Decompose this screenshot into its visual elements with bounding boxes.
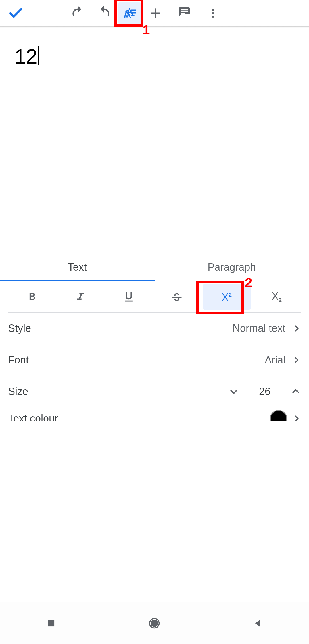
- chevron-right-icon: [289, 414, 301, 421]
- svg-rect-1: [131, 10, 136, 11]
- font-label: Font: [8, 354, 265, 366]
- back-button[interactable]: [252, 618, 263, 629]
- svg-rect-8: [181, 13, 185, 14]
- document-canvas[interactable]: 12: [0, 28, 309, 254]
- svg-rect-7: [181, 11, 188, 12]
- done-button[interactable]: [3, 0, 29, 26]
- svg-text:2: 2: [279, 297, 282, 303]
- home-button[interactable]: [148, 617, 161, 630]
- svg-text:A: A: [124, 8, 131, 20]
- document-text: 12: [14, 45, 37, 68]
- svg-point-10: [212, 12, 214, 14]
- svg-rect-6: [181, 9, 188, 10]
- svg-point-9: [212, 9, 214, 11]
- font-value: Arial: [265, 354, 289, 366]
- tab-text[interactable]: Text: [0, 254, 155, 281]
- chevron-right-icon: [289, 324, 301, 333]
- app-toolbar: A 1: [0, 0, 309, 26]
- text-colour-row[interactable]: Text colour: [8, 407, 301, 421]
- svg-text:X: X: [222, 291, 229, 303]
- superscript-button[interactable]: X2: [203, 284, 251, 310]
- size-row: Size 26: [8, 376, 301, 407]
- size-label: Size: [8, 386, 223, 398]
- text-colour-label: Text colour: [8, 413, 270, 421]
- subscript-button[interactable]: X2: [253, 281, 301, 312]
- size-increase-button[interactable]: [285, 386, 301, 397]
- text-style-row: X2 X2: [8, 281, 301, 313]
- svg-rect-2: [131, 12, 136, 14]
- underline-button[interactable]: [105, 281, 153, 312]
- style-row[interactable]: Style Normal text: [8, 313, 301, 344]
- system-navigation-bar: [0, 602, 309, 644]
- svg-point-11: [212, 16, 214, 18]
- size-value: 26: [245, 386, 285, 398]
- size-decrease-button[interactable]: [223, 386, 245, 397]
- svg-point-18: [151, 620, 158, 626]
- more-options-button[interactable]: [200, 0, 226, 26]
- style-label: Style: [8, 322, 233, 334]
- text-format-button[interactable]: A: [118, 2, 141, 24]
- svg-text:X: X: [272, 290, 279, 302]
- strikethrough-button[interactable]: [153, 281, 201, 312]
- svg-text:2: 2: [229, 292, 232, 298]
- style-value: Normal text: [233, 322, 289, 334]
- annotation-label-2: 2: [245, 275, 252, 290]
- bold-button[interactable]: [8, 281, 56, 312]
- redo-button[interactable]: [91, 0, 117, 26]
- italic-button[interactable]: [56, 281, 105, 312]
- text-colour-swatch: [270, 410, 287, 421]
- svg-rect-3: [131, 15, 135, 16]
- overview-button[interactable]: [46, 618, 57, 629]
- font-row[interactable]: Font Arial: [8, 344, 301, 376]
- svg-rect-16: [48, 620, 54, 626]
- text-cursor: [38, 46, 39, 65]
- tab-paragraph[interactable]: Paragraph: [155, 254, 309, 281]
- undo-button[interactable]: [65, 0, 91, 26]
- chevron-right-icon: [289, 355, 301, 365]
- format-tabs: Text Paragraph: [0, 254, 309, 281]
- comment-button[interactable]: [171, 0, 197, 26]
